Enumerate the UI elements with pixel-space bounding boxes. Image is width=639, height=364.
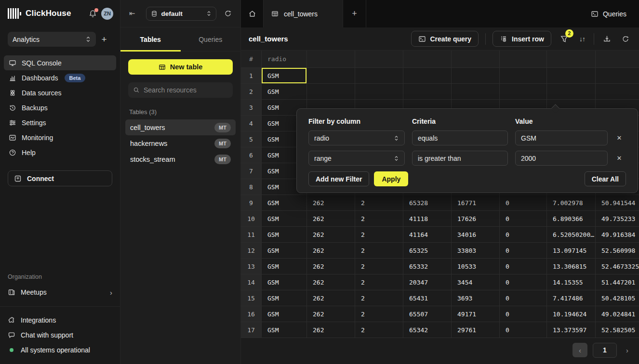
sidebar-item-monitoring[interactable]: Monitoring [4,130,116,145]
table-cell[interactable] [500,84,547,100]
table-cell[interactable]: 14.15355 [547,274,596,290]
system-status[interactable]: All systems operational [8,342,112,357]
sidebar-item-data-sources[interactable]: Data sources [4,85,116,100]
table-cell[interactable]: 262 [307,211,355,227]
avatar[interactable]: ZN [101,8,113,20]
table-cell[interactable]: 2 [355,195,403,211]
create-query-button[interactable]: Create query [411,31,479,47]
table-cell[interactable]: 2 [355,274,403,290]
table-cell[interactable]: GSM [262,211,307,227]
notifications-button[interactable] [89,10,97,18]
table-list-item[interactable]: hackernews MT [125,135,236,151]
sidebar-item-sql-console[interactable]: SQL Console [4,55,116,70]
table-cell[interactable]: 0 [500,306,547,322]
next-page-button[interactable]: › [622,346,632,354]
table-cell[interactable] [452,84,500,100]
column-header[interactable] [403,51,452,68]
table-cell[interactable]: 262 [307,274,355,290]
remove-filter-button[interactable]: ✕ [615,133,624,143]
tab-cell-towers[interactable]: cell_towers [264,0,343,27]
table-cell[interactable]: 52.582505 [596,322,639,338]
tab-tables[interactable]: Tables [120,27,181,51]
add-workspace-button[interactable]: + [96,34,112,45]
table-cell[interactable]: 6.890366 [547,211,596,227]
new-table-button[interactable]: New table [128,59,233,75]
apply-button[interactable]: Apply [374,171,408,186]
sidebar-item-meetups[interactable]: Meetups › [0,285,120,299]
table-cell[interactable]: 13.306815 [547,259,596,274]
table-cell[interactable]: 29761 [452,322,500,338]
table-cell[interactable] [596,68,639,84]
queries-button[interactable]: Queries [591,0,639,27]
column-header[interactable] [307,51,355,68]
column-header[interactable]: # [241,51,262,68]
table-cell[interactable]: 41118 [403,211,452,227]
collapse-panel-button[interactable]: ⇤ [129,9,135,18]
table-cell[interactable]: 0 [500,290,547,306]
table-cell[interactable]: 16771 [452,195,500,211]
table-cell[interactable]: GSM [262,84,307,100]
table-list-item[interactable]: cell_towers MT [125,119,236,135]
sidebar-item-backups[interactable]: Backups [4,100,116,115]
table-cell[interactable]: 2 [355,211,403,227]
sidebar-item-settings[interactable]: Settings [4,115,116,130]
table-cell[interactable]: 3454 [452,274,500,290]
sidebar-item-dashboards[interactable]: Dashboards Beta [4,70,116,85]
table-cell[interactable]: 65332 [403,259,452,274]
table-cell[interactable] [307,84,355,100]
filter-criteria-select[interactable]: is greater than [412,151,508,166]
filter-criteria-select[interactable]: equals [412,130,508,145]
table-cell[interactable]: 2 [355,290,403,306]
table-cell[interactable]: 0 [500,322,547,338]
add-filter-button[interactable]: Add new Filter [308,171,369,186]
table-cell[interactable]: 49171 [452,306,500,322]
filter-value-input[interactable] [515,130,608,145]
table-cell[interactable]: 17626 [452,211,500,227]
table-cell[interactable]: 262 [307,195,355,211]
table-cell[interactable]: 262 [307,290,355,306]
column-header[interactable] [452,51,500,68]
download-button[interactable] [601,33,613,45]
clear-all-button[interactable]: Clear All [585,171,626,186]
table-cell[interactable]: 0 [500,259,547,274]
table-cell[interactable] [596,84,639,100]
table-cell[interactable] [355,84,403,100]
remove-filter-button[interactable]: ✕ [615,154,624,163]
table-cell[interactable]: 49.024841 [596,306,639,322]
table-cell[interactable]: 65431 [403,290,452,306]
search-box[interactable] [128,82,233,98]
table-cell[interactable]: GSM [262,259,307,274]
table-cell[interactable] [307,68,355,84]
table-cell[interactable]: 13.097145 [547,243,596,259]
column-header[interactable] [596,51,639,68]
table-cell[interactable]: 6.52050200… [547,227,596,243]
table-cell[interactable]: 65507 [403,306,452,322]
prev-page-button[interactable]: ‹ [572,343,587,357]
table-cell[interactable]: 41164 [403,227,452,243]
table-cell[interactable]: 2 [355,227,403,243]
filter-column-select[interactable]: range [308,151,405,166]
table-cell[interactable]: 51.447201 [596,274,639,290]
table-cell[interactable]: 52.560998 [596,243,639,259]
table-cell[interactable]: 65328 [403,195,452,211]
table-cell[interactable]: 0 [500,195,547,211]
table-cell[interactable]: 0 [500,227,547,243]
table-cell[interactable]: 34016 [452,227,500,243]
table-cell[interactable]: 10.194624 [547,306,596,322]
table-cell[interactable]: 65325 [403,243,452,259]
table-cell[interactable]: 7.417486 [547,290,596,306]
table-cell[interactable]: 65342 [403,322,452,338]
sidebar-item-help[interactable]: Help [4,145,116,160]
tab-queries[interactable]: Queries [181,27,241,51]
page-number[interactable]: 1 [593,343,617,358]
home-button[interactable] [241,0,264,27]
table-cell[interactable]: 2 [355,322,403,338]
table-cell[interactable]: 262 [307,259,355,274]
column-header[interactable] [355,51,403,68]
table-cell[interactable]: GSM [262,195,307,211]
table-cell[interactable]: 7.002978 [547,195,596,211]
table-cell[interactable]: 2 [355,306,403,322]
table-cell[interactable]: 0 [500,274,547,290]
table-cell[interactable]: 10533 [452,259,500,274]
workspace-select[interactable]: Analytics [8,32,96,47]
